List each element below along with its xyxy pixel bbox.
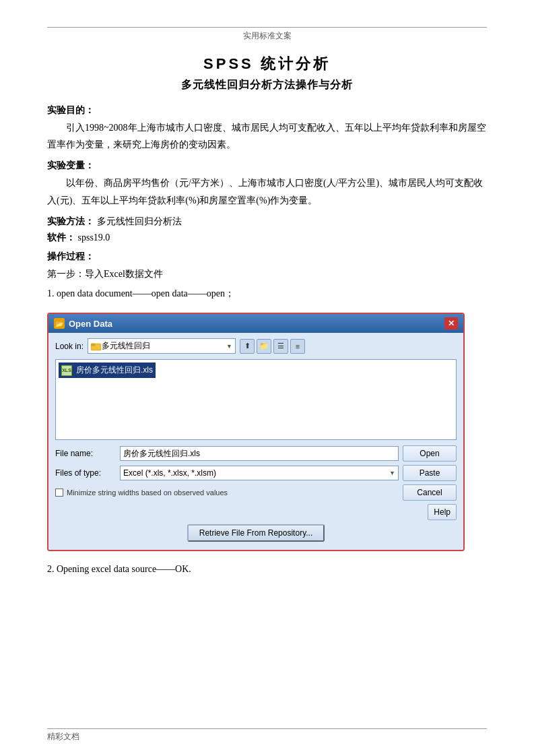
dialog-form: File name: Open Files of type: Excel (*.… bbox=[55, 445, 457, 520]
lookin-text: 多元线性回归 bbox=[102, 340, 224, 352]
file-name-label: File name: bbox=[55, 449, 116, 458]
open-button[interactable]: Open bbox=[403, 445, 457, 462]
main-title: SPSS 统计分析 bbox=[47, 54, 487, 74]
open-data-dialog: 📂 Open Data ✕ Look in: 多元线性回归 ▼ ⬆ bbox=[47, 313, 465, 551]
step1-item1: 1. open data document——open data——open； bbox=[47, 285, 487, 302]
xls-icon: XLS bbox=[61, 365, 72, 376]
file-name-input[interactable] bbox=[120, 446, 399, 461]
dialog-app-icon: 📂 bbox=[54, 318, 65, 329]
software-row: 软件： spss19.0 bbox=[47, 232, 487, 244]
files-of-type-arrow: ▼ bbox=[389, 470, 395, 476]
dialog-body: Look in: 多元线性回归 ▼ ⬆ 📁 ☰ ≡ bbox=[48, 333, 463, 550]
checkbox-row: Minimize string widths based on observed… bbox=[55, 489, 399, 497]
operation-process-label: 操作过程： bbox=[47, 251, 487, 263]
dialog-close-button[interactable]: ✕ bbox=[444, 317, 458, 329]
toolbar-new-folder-icon[interactable]: 📁 bbox=[257, 339, 271, 354]
minimize-string-checkbox[interactable] bbox=[55, 489, 63, 497]
file-item-name: 房价多元线性回归.xls bbox=[76, 365, 153, 376]
experiment-variables-label: 实验变量： bbox=[47, 160, 487, 172]
dialog-file-area: XLS 房价多元线性回归.xls bbox=[55, 359, 457, 440]
header-divider bbox=[47, 27, 487, 28]
dialog-title: Open Data bbox=[69, 319, 112, 329]
lookin-combo[interactable]: 多元线性回归 ▼ bbox=[88, 338, 236, 354]
experiment-variables-body: 以年份、商品房平均售价（元/平方米）、上海市城市人口密度(人/平方公里)、城市居… bbox=[47, 175, 487, 208]
page: 实用标准文案 SPSS 统计分析 多元线性回归分析方法操作与分析 实验目的： 引… bbox=[0, 0, 534, 756]
help-button[interactable]: Help bbox=[428, 504, 457, 520]
files-of-type-combo[interactable]: Excel (*.xls, *.xlsx, *.xlsm) ▼ bbox=[120, 466, 399, 480]
paste-button[interactable]: Paste bbox=[403, 465, 457, 481]
toolbar-details-icon[interactable]: ≡ bbox=[290, 339, 305, 354]
files-of-type-text: Excel (*.xls, *.xlsx, *.xlsm) bbox=[123, 468, 387, 478]
experiment-purpose-body: 引入1998~2008年上海市城市人口密度、城市居民人均可支配收入、五年以上平均… bbox=[47, 119, 487, 153]
step1-label: 第一步：导入Excel数据文件 bbox=[47, 265, 487, 282]
lookin-label: Look in: bbox=[55, 342, 84, 351]
retrieve-file-button[interactable]: Retrieve File From Repository... bbox=[187, 524, 325, 542]
file-list-item[interactable]: XLS 房价多元线性回归.xls bbox=[59, 363, 156, 378]
dialog-titlebar-left: 📂 Open Data bbox=[54, 318, 112, 329]
dialog-titlebar: 📂 Open Data ✕ bbox=[48, 314, 463, 333]
toolbar-up-icon[interactable]: ⬆ bbox=[240, 339, 255, 354]
experiment-method-text: 多元线性回归分析法 bbox=[97, 216, 182, 226]
software-label: 软件： bbox=[47, 232, 75, 243]
dialog-toolbar: Look in: 多元线性回归 ▼ ⬆ 📁 ☰ ≡ bbox=[55, 338, 457, 354]
step2-text: 2. Opening excel data source——OK. bbox=[47, 561, 487, 577]
software-text: spss19.0 bbox=[78, 232, 110, 243]
toolbar-list-icon[interactable]: ☰ bbox=[273, 339, 288, 354]
minimize-string-label: Minimize string widths based on observed… bbox=[67, 489, 228, 497]
svg-rect-1 bbox=[91, 344, 95, 346]
footer-divider bbox=[47, 728, 487, 729]
sub-title: 多元线性回归分析方法操作与分析 bbox=[47, 78, 487, 92]
experiment-purpose-label: 实验目的： bbox=[47, 104, 487, 117]
experiment-method-label: 实验方法： bbox=[47, 216, 94, 226]
folder-icon bbox=[91, 342, 102, 351]
footer-text: 精彩文档 bbox=[47, 731, 79, 743]
toolbar-icons: ⬆ 📁 ☰ ≡ bbox=[240, 339, 305, 354]
cancel-button[interactable]: Cancel bbox=[403, 484, 457, 501]
header-text: 实用标准文案 bbox=[47, 30, 487, 42]
lookin-arrow: ▼ bbox=[226, 343, 232, 350]
experiment-method-row: 实验方法： 多元线性回归分析法 bbox=[47, 216, 487, 228]
files-of-type-label: Files of type: bbox=[55, 468, 116, 478]
